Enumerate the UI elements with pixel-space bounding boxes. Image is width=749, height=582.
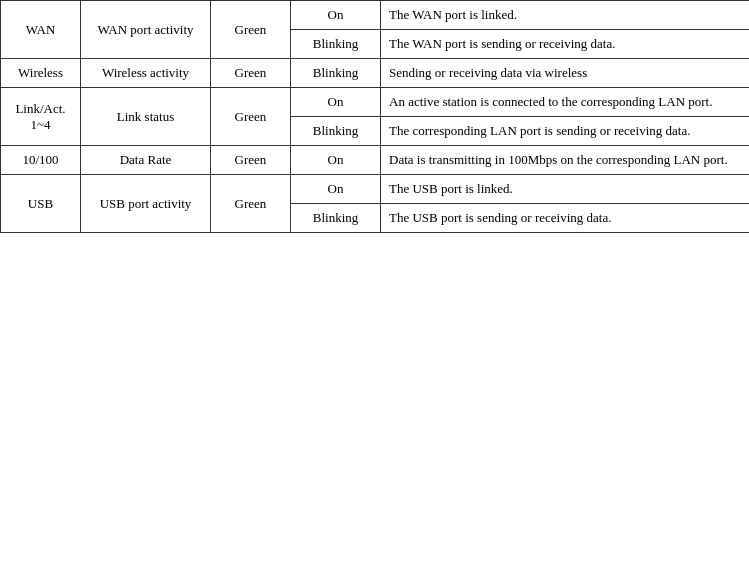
row-status: Blinking	[291, 59, 381, 88]
row-status: On	[291, 146, 381, 175]
row-name: USB port activity	[81, 175, 211, 233]
row-description: The WAN port is linked.	[381, 1, 750, 30]
row-status: On	[291, 175, 381, 204]
led-table: WANWAN port activityGreenOnThe WAN port …	[0, 0, 749, 233]
row-color: Green	[211, 146, 291, 175]
row-label: Link/Act. 1~4	[1, 88, 81, 146]
row-status: Blinking	[291, 204, 381, 233]
row-name: Wireless activity	[81, 59, 211, 88]
row-status: Blinking	[291, 117, 381, 146]
row-status: On	[291, 1, 381, 30]
row-description: The corresponding LAN port is sending or…	[381, 117, 750, 146]
row-color: Green	[211, 59, 291, 88]
row-description: An active station is connected to the co…	[381, 88, 750, 117]
row-color: Green	[211, 88, 291, 146]
row-description: The USB port is sending or receiving dat…	[381, 204, 750, 233]
row-status: On	[291, 88, 381, 117]
row-description: The WAN port is sending or receiving dat…	[381, 30, 750, 59]
row-description: Data is transmitting in 100Mbps on the c…	[381, 146, 750, 175]
row-name: Data Rate	[81, 146, 211, 175]
row-color: Green	[211, 1, 291, 59]
row-description: Sending or receiving data via wireless	[381, 59, 750, 88]
row-status: Blinking	[291, 30, 381, 59]
row-description: The USB port is linked.	[381, 175, 750, 204]
row-name: WAN port activity	[81, 1, 211, 59]
row-label: USB	[1, 175, 81, 233]
row-color: Green	[211, 175, 291, 233]
row-label: WAN	[1, 1, 81, 59]
row-label: 10/100	[1, 146, 81, 175]
row-name: Link status	[81, 88, 211, 146]
row-label: Wireless	[1, 59, 81, 88]
